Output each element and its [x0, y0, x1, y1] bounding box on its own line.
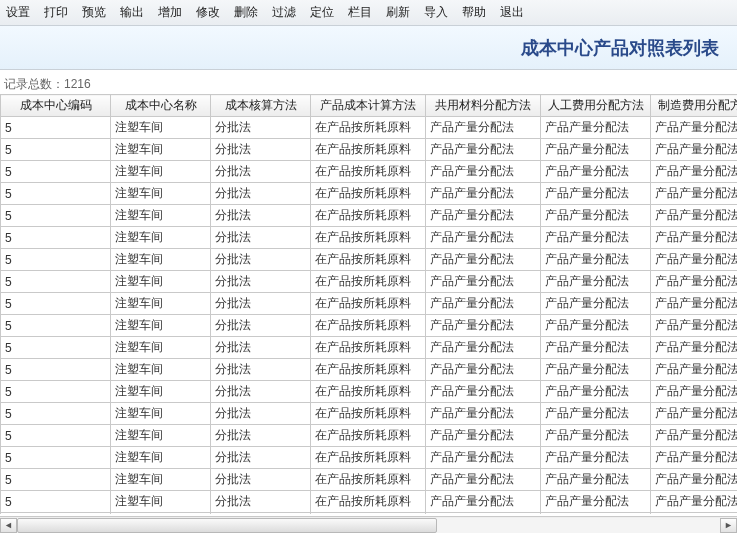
- table-row[interactable]: 5注塑车间分批法在产品按所耗原料产品产量分配法产品产量分配法产品产量分配法: [1, 183, 738, 205]
- table-row[interactable]: 5注塑车间分批法在产品按所耗原料产品产量分配法产品产量分配法产品产量分配法: [1, 381, 738, 403]
- cell: 5: [1, 469, 111, 491]
- horizontal-scrollbar[interactable]: ◄ ►: [0, 516, 737, 533]
- table-row[interactable]: 5注塑车间分批法在产品按所耗原料产品产量分配法产品产量分配法产品产量分配法: [1, 205, 738, 227]
- toolbar-edit[interactable]: 修改: [196, 4, 220, 21]
- cell: 产品产量分配法: [426, 183, 541, 205]
- cell: 分批法: [211, 117, 311, 139]
- cell: 5: [1, 161, 111, 183]
- cell: 分批法: [211, 293, 311, 315]
- table-row[interactable]: 5注塑车间分批法在产品按所耗原料产品产量分配法产品产量分配法产品产量分配法: [1, 425, 738, 447]
- toolbar-columns[interactable]: 栏目: [348, 4, 372, 21]
- scroll-track[interactable]: [17, 518, 720, 533]
- toolbar-output[interactable]: 输出: [120, 4, 144, 21]
- table-row[interactable]: 5注塑车间分批法在产品按所耗原料产品产量分配法产品产量分配法产品产量分配法: [1, 117, 738, 139]
- table-row[interactable]: 5注塑车间分批法在产品按所耗原料产品产量分配法产品产量分配法产品产量分配法: [1, 491, 738, 513]
- column-header[interactable]: 成本中心编码: [1, 95, 111, 117]
- cell: 产品产量分配法: [651, 491, 738, 513]
- cell: 产品产量分配法: [651, 249, 738, 271]
- table-row[interactable]: 5注塑车间分批法在产品按所耗原料产品产量分配法产品产量分配法产品产量分配法: [1, 161, 738, 183]
- column-header[interactable]: 制造费用分配方法: [651, 95, 738, 117]
- cell: 分批法: [211, 271, 311, 293]
- cell: 在产品按所耗原料: [311, 381, 426, 403]
- cell: 分批法: [211, 359, 311, 381]
- toolbar-exit[interactable]: 退出: [500, 4, 524, 21]
- cell: 分批法: [211, 425, 311, 447]
- cell: 注塑车间: [111, 161, 211, 183]
- table-row[interactable]: 5注塑车间分批法在产品按所耗原料产品产量分配法产品产量分配法产品产量分配法: [1, 139, 738, 161]
- scroll-left-button[interactable]: ◄: [0, 518, 17, 533]
- cell: 在产品按所耗原料: [311, 227, 426, 249]
- cell: 分批法: [211, 315, 311, 337]
- cell: 产品产量分配法: [541, 447, 651, 469]
- cell: 产品产量分配法: [426, 205, 541, 227]
- table-row[interactable]: 5注塑车间分批法在产品按所耗原料产品产量分配法产品产量分配法产品产量分配法: [1, 249, 738, 271]
- cell: 产品产量分配法: [651, 183, 738, 205]
- cell: 5: [1, 315, 111, 337]
- cell: 产品产量分配法: [541, 381, 651, 403]
- toolbar-delete[interactable]: 删除: [234, 4, 258, 21]
- column-header[interactable]: 产品成本计算方法: [311, 95, 426, 117]
- cell: 产品产量分配法: [651, 139, 738, 161]
- scroll-thumb[interactable]: [17, 518, 437, 533]
- cell: 产品产量分配法: [651, 117, 738, 139]
- cell: 产品产量分配法: [426, 315, 541, 337]
- cell: 5: [1, 381, 111, 403]
- table-row[interactable]: 5注塑车间分批法在产品按所耗原料产品产量分配法产品产量分配法产品产量分配法: [1, 469, 738, 491]
- cell: 注塑车间: [111, 513, 211, 515]
- cell: 产品产量分配法: [426, 491, 541, 513]
- table-row[interactable]: 5注塑车间分批法在产品按所耗原料产品产量分配法产品产量分配法产品产量分配法: [1, 447, 738, 469]
- cell: 在产品按所耗原料: [311, 183, 426, 205]
- cell: 产品产量分配法: [541, 205, 651, 227]
- table-row[interactable]: 5注塑车间分批法在产品按所耗原料产品产量分配法产品产量分配法产品产量分配法: [1, 337, 738, 359]
- toolbar-preview[interactable]: 预览: [82, 4, 106, 21]
- toolbar-refresh[interactable]: 刷新: [386, 4, 410, 21]
- cell: 产品产量分配法: [541, 315, 651, 337]
- column-header[interactable]: 成本中心名称: [111, 95, 211, 117]
- cell: 5: [1, 447, 111, 469]
- toolbar-filter[interactable]: 过滤: [272, 4, 296, 21]
- table-row[interactable]: 5注塑车间分批法在产品按所耗原料产品产量分配法产品产量分配法产品产量分配法: [1, 271, 738, 293]
- column-header[interactable]: 共用材料分配方法: [426, 95, 541, 117]
- cell: 注塑车间: [111, 381, 211, 403]
- cell: 注塑车间: [111, 425, 211, 447]
- table-row[interactable]: 5注塑车间分批法在产品按所耗原料产品产量分配法产品产量分配法产品产量分配法: [1, 315, 738, 337]
- toolbar-add[interactable]: 增加: [158, 4, 182, 21]
- cell: 产品产量分配法: [426, 293, 541, 315]
- toolbar-import[interactable]: 导入: [424, 4, 448, 21]
- cell: 注塑车间: [111, 227, 211, 249]
- cell: 产品产量分配法: [426, 513, 541, 515]
- toolbar-settings[interactable]: 设置: [6, 4, 30, 21]
- cell: 在产品按所耗原料: [311, 513, 426, 515]
- cell: 产品产量分配法: [426, 117, 541, 139]
- cell: 产品产量分配法: [651, 293, 738, 315]
- cell: 注塑车间: [111, 447, 211, 469]
- cell: 分批法: [211, 381, 311, 403]
- data-grid[interactable]: 成本中心编码成本中心名称成本核算方法产品成本计算方法共用材料分配方法人工费用分配…: [0, 94, 737, 514]
- cell: 5: [1, 249, 111, 271]
- cell: 产品产量分配法: [651, 425, 738, 447]
- cell: 注塑车间: [111, 293, 211, 315]
- cell: 分批法: [211, 337, 311, 359]
- table-row[interactable]: 5注塑车间分批法在产品按所耗原料产品产量分配法产品产量分配法产品产量分配法: [1, 359, 738, 381]
- cell: 产品产量分配法: [541, 139, 651, 161]
- toolbar-print[interactable]: 打印: [44, 4, 68, 21]
- cell: 产品产量分配法: [541, 403, 651, 425]
- cell: 5: [1, 117, 111, 139]
- cell: 注塑车间: [111, 315, 211, 337]
- column-header[interactable]: 人工费用分配方法: [541, 95, 651, 117]
- toolbar-locate[interactable]: 定位: [310, 4, 334, 21]
- cell: 注塑车间: [111, 337, 211, 359]
- cell: 在产品按所耗原料: [311, 469, 426, 491]
- cell: 产品产量分配法: [541, 337, 651, 359]
- table-row[interactable]: 5注塑车间分批法在产品按所耗原料产品产量分配法产品产量分配法产品产量分配法: [1, 403, 738, 425]
- scroll-right-button[interactable]: ►: [720, 518, 737, 533]
- page-title: 成本中心产品对照表列表: [521, 38, 719, 58]
- toolbar-help[interactable]: 帮助: [462, 4, 486, 21]
- cell: 注塑车间: [111, 205, 211, 227]
- cell: 产品产量分配法: [651, 227, 738, 249]
- table-row[interactable]: 5注塑车间分批法在产品按所耗原料产品产量分配法产品产量分配法产品产量分配法: [1, 293, 738, 315]
- column-header[interactable]: 成本核算方法: [211, 95, 311, 117]
- table-row[interactable]: 5注塑车间分批法在产品按所耗原料产品产量分配法产品产量分配法产品产量分配法: [1, 227, 738, 249]
- table-row[interactable]: 5注塑车间分批法在产品按所耗原料产品产量分配法产品产量分配法产品产量分配法: [1, 513, 738, 515]
- cell: 注塑车间: [111, 183, 211, 205]
